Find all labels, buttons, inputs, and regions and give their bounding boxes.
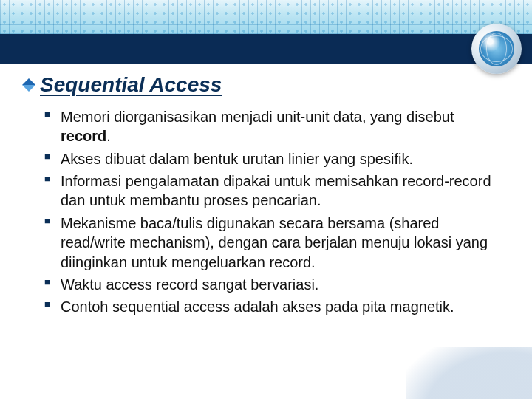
list-item: Akses dibuat dalam bentuk urutan linier … <box>44 149 505 168</box>
slide-heading: Sequential Access <box>40 74 222 97</box>
globe-logo <box>476 28 517 69</box>
slide: Sequential Access Memori diorganisasikan… <box>0 0 532 399</box>
bullet-text: Memori diorganisasikan menjadi unit-unit… <box>61 109 454 125</box>
bullet-list: Memori diorganisasikan menjadi unit-unit… <box>44 107 505 317</box>
bullet-text: Mekanisme baca/tulis digunakan secara be… <box>61 215 488 270</box>
diamond-bullet-icon <box>22 78 35 85</box>
bullet-text: Waktu access record sangat bervariasi. <box>61 276 318 293</box>
corner-decoration <box>406 347 532 399</box>
bullet-text: Informasi pengalamatan dipakai untuk mem… <box>61 173 491 208</box>
content-area: Sequential Access Memori diorganisasikan… <box>22 74 505 320</box>
bullet-text-post: . <box>106 128 111 144</box>
globe-icon <box>479 31 514 66</box>
bullet-text: Akses dibuat dalam bentuk urutan linier … <box>61 151 413 167</box>
list-item: Informasi pengalamatan dipakai untuk mem… <box>44 171 505 211</box>
header-band <box>0 0 532 64</box>
list-item: Memori diorganisasikan menjadi unit-unit… <box>44 107 505 146</box>
heading-row: Sequential Access <box>22 74 505 97</box>
list-item: Contoh sequential access adalah akses pa… <box>44 297 505 316</box>
list-item: Waktu access record sangat bervariasi. <box>44 275 505 294</box>
bullet-bold: record <box>61 128 106 144</box>
list-item: Mekanisme baca/tulis digunakan secara be… <box>44 214 505 272</box>
bullet-text: Contoh sequential access adalah akses pa… <box>61 299 454 315</box>
